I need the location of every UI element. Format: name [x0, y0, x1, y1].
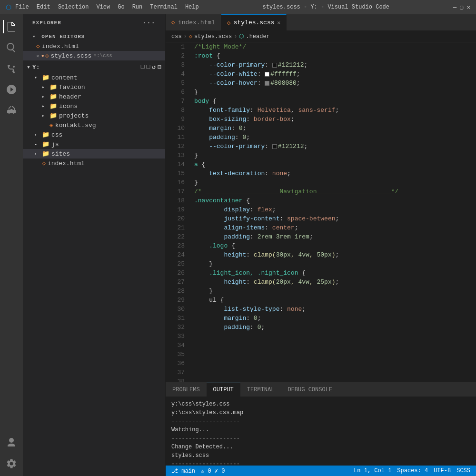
explorer-title: Explorer [32, 20, 61, 26]
y-folder-header[interactable]: Y: □ □ ↺ ⊟ [23, 61, 165, 73]
menu-edit[interactable]: Edit [37, 4, 50, 10]
panel-line: styles.scss [171, 451, 470, 460]
panel-line: Change Detected... [171, 443, 470, 451]
index-html-file[interactable]: ◇ index.html [23, 159, 165, 168]
code-line-16: a { [194, 160, 470, 169]
projects-folder[interactable]: 📁 projects [23, 111, 165, 120]
content-folder-label: content [51, 74, 78, 81]
code-editor[interactable]: 1234567891011121314151617181920212223242… [166, 42, 476, 382]
code-line-5: --color-hover: #808080; [194, 79, 470, 88]
line-number-21: 21 [169, 223, 185, 232]
code-line-10: box-sizing: border-box; [194, 115, 470, 124]
kontakt-svg-file[interactable]: ◈ kontakt.svg [23, 120, 165, 130]
line-number-6: 6 [169, 88, 185, 97]
folder-icon: 📁 [42, 74, 50, 81]
refresh-icon[interactable]: ↺ [152, 63, 156, 71]
line-number-27: 27 [169, 278, 185, 287]
menu-help[interactable]: Help [185, 4, 199, 10]
menu-terminal[interactable]: Terminal [150, 4, 178, 10]
code-content[interactable]: /*Light Mode*/:root { --color-primary: #… [188, 42, 476, 382]
panel-line: y:\css\styles.css [171, 400, 470, 408]
menu-view[interactable]: View [96, 4, 110, 10]
panel-tab-output[interactable]: OUTPUT [207, 383, 240, 397]
line-numbers: 1234567891011121314151617181920212223242… [166, 42, 188, 382]
status-left: ⎇ main ⚠ 0 ✗ 0 [171, 467, 225, 475]
source-control-icon[interactable] [3, 60, 20, 77]
open-editors-header[interactable]: Open Editors [23, 31, 165, 41]
scss-file-icon: ◇ [45, 52, 49, 60]
code-line-29: } [194, 259, 470, 268]
code-line-3: --color-primary: #121212; [194, 60, 470, 69]
window-title: styles.scss - Y: - Visual Studio Code [263, 4, 389, 10]
header-folder-icon: 📁 [50, 93, 57, 100]
menu-go[interactable]: Go [118, 4, 124, 10]
line-number-9: 9 [169, 115, 185, 124]
menu-run[interactable]: Run [132, 4, 143, 10]
code-line-38: padding: 0; [194, 323, 470, 332]
title-bar-left: ⬡ FileEditSelectionViewGoRunTerminalHelp [6, 3, 199, 11]
js-folder[interactable]: 📁 js [23, 139, 165, 149]
line-number-24: 24 [169, 250, 185, 259]
code-line-14: } [194, 151, 470, 160]
status-encoding[interactable]: UTF-8 [434, 467, 451, 474]
status-ln-col[interactable]: Ln 1, Col 1 [354, 467, 391, 474]
extensions-icon[interactable] [3, 102, 20, 119]
close-tab-icon[interactable]: ✕ [36, 53, 40, 59]
line-number-29: 29 [169, 296, 185, 305]
panel-line: -------------------- [171, 434, 470, 443]
panel-line: Watching... [171, 426, 470, 434]
panel-tab-debug[interactable]: DEBUG CONSOLE [281, 383, 339, 397]
content-folder[interactable]: 📁 content [23, 73, 165, 82]
run-debug-icon[interactable] [3, 81, 20, 98]
tab-styles-scss[interactable]: ◇ styles.scss ✕ [221, 14, 287, 30]
y-folder-label: Y: [32, 64, 40, 71]
open-editor-styles-scss[interactable]: ✕ ● ◇ styles.scss Y:\css [23, 51, 165, 60]
collapse-icon[interactable]: ⊟ [158, 63, 161, 71]
tab-scss-icon: ◇ [227, 19, 231, 27]
status-branch[interactable]: ⎇ main [171, 467, 195, 475]
menu-selection[interactable]: Selection [58, 4, 89, 10]
line-number-17: 17 [169, 187, 185, 196]
line-number-8: 8 [169, 106, 185, 115]
sites-folder[interactable]: 📁 sites [23, 149, 165, 159]
css-folder[interactable]: 📁 css [23, 130, 165, 139]
code-line-1: /*Light Mode*/ [194, 42, 470, 51]
panel-tab-problems[interactable]: PROBLEMS [166, 383, 207, 397]
panel-tab-terminal[interactable]: TERMINAL [240, 383, 281, 397]
open-editor-index-html[interactable]: ◇ index.html [23, 41, 165, 51]
settings-icon[interactable] [3, 455, 20, 472]
header-folder[interactable]: 📁 header [23, 92, 165, 101]
projects-arrow [42, 113, 50, 119]
code-line-9: font-family: Helvetica, sans-serif; [194, 106, 470, 115]
new-folder-icon[interactable]: □ [147, 63, 150, 71]
account-icon[interactable] [3, 434, 20, 451]
status-lang[interactable]: SCSS [456, 467, 470, 474]
search-icon[interactable] [3, 39, 20, 56]
panel: PROBLEMS OUTPUT TERMINAL DEBUG CONSOLE y… [166, 382, 476, 466]
tab-index-html[interactable]: ◇ index.html [166, 14, 221, 30]
new-file-icon[interactable]: □ [141, 63, 145, 71]
menu-file[interactable]: File [15, 4, 29, 10]
line-number-7: 7 [169, 97, 185, 106]
status-spaces[interactable]: Spaces: 4 [397, 467, 428, 474]
open-editors-arrow [32, 34, 36, 40]
code-line-6: } [194, 88, 470, 97]
ellipsis-icon[interactable]: ··· [142, 19, 156, 27]
favicon-folder[interactable]: 📁 favicon [23, 82, 165, 92]
activity-bar [0, 14, 23, 476]
line-number-4: 4 [169, 69, 185, 79]
code-line-13: --color-primary: #121212; [194, 142, 470, 151]
sites-folder-label: sites [51, 150, 70, 158]
code-line-31: .light_icon, .night_icon { [194, 268, 470, 278]
tab-scss-close[interactable]: ✕ [278, 20, 281, 26]
explorer-icon[interactable] [3, 18, 20, 35]
line-number-18: 18 [169, 196, 185, 205]
breadcrumb-css: css [171, 33, 182, 40]
code-line-8: body { [194, 97, 470, 106]
dirty-indicator: ● [41, 53, 44, 59]
icons-folder[interactable]: 📁 icons [23, 101, 165, 111]
projects-folder-icon: 📁 [50, 112, 57, 119]
status-errors[interactable]: ⚠ 0 ✗ 0 [201, 467, 225, 475]
code-line-22: display: flex; [194, 205, 470, 214]
icons-folder-icon: 📁 [50, 102, 57, 110]
